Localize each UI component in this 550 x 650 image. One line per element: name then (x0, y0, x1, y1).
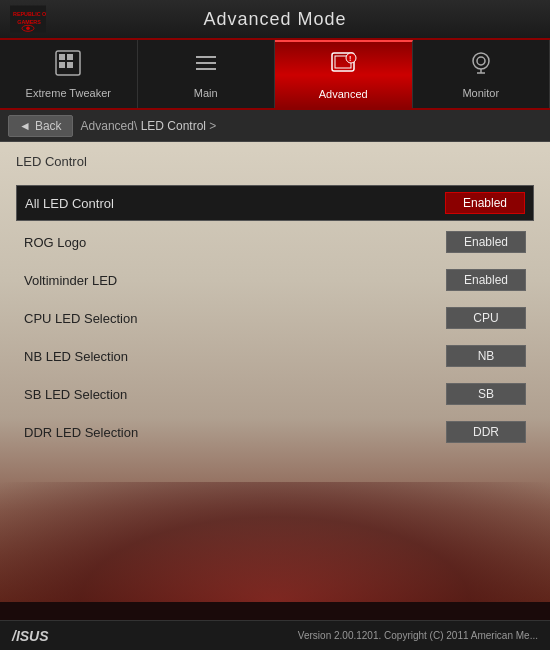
rog-logo: REPUBLIC OF GAMERS (10, 5, 46, 33)
tab-extreme-tweaker-label: Extreme Tweaker (26, 87, 111, 99)
asus-logo: /ISUS (12, 628, 49, 644)
tab-extreme-tweaker[interactable]: Extreme Tweaker (0, 40, 138, 108)
tab-advanced-label: Advanced (319, 88, 368, 100)
setting-row-all-led[interactable]: All LED Control Enabled (16, 185, 534, 221)
settings-list: All LED Control Enabled ROG Logo Enabled… (16, 185, 534, 449)
page-title: Advanced Mode (203, 9, 346, 30)
breadcrumb-path: Advanced\ LED Control > (81, 119, 217, 133)
setting-value-voltiminder[interactable]: Enabled (446, 269, 526, 291)
setting-value-nb-led[interactable]: NB (446, 345, 526, 367)
bg-overlay (0, 482, 550, 602)
setting-value-cpu-led[interactable]: CPU (446, 307, 526, 329)
nav-tabs: Extreme Tweaker Main ! Advanced (0, 40, 550, 110)
svg-rect-8 (67, 54, 73, 60)
breadcrumb-bar: ◄ Back Advanced\ LED Control > (0, 110, 550, 142)
monitor-icon (467, 49, 495, 83)
extreme-tweaker-icon (54, 49, 82, 83)
content-area: LED Control All LED Control Enabled ROG … (0, 142, 550, 602)
svg-point-4 (26, 27, 30, 31)
setting-label-cpu-led: CPU LED Selection (24, 311, 137, 326)
setting-row-sb-led[interactable]: SB LED Selection SB (16, 377, 534, 411)
tab-monitor[interactable]: Monitor (413, 40, 551, 108)
setting-value-sb-led[interactable]: SB (446, 383, 526, 405)
svg-rect-7 (59, 62, 65, 68)
version-text: Version 2.00.1201. Copyright (C) 2011 Am… (298, 630, 538, 641)
setting-value-ddr-led[interactable]: DDR (446, 421, 526, 443)
svg-rect-6 (59, 54, 65, 60)
section-title: LED Control (16, 154, 534, 169)
tab-main[interactable]: Main (138, 40, 276, 108)
tab-main-label: Main (194, 87, 218, 99)
svg-text:REPUBLIC OF: REPUBLIC OF (13, 11, 46, 17)
footer: /ISUS Version 2.00.1201. Copyright (C) 2… (0, 620, 550, 650)
svg-text:!: ! (349, 55, 351, 62)
svg-text:GAMERS: GAMERS (17, 19, 41, 25)
advanced-icon: ! (329, 50, 357, 84)
setting-label-ddr-led: DDR LED Selection (24, 425, 138, 440)
svg-point-17 (473, 53, 489, 69)
main-icon (192, 49, 220, 83)
setting-row-rog-logo[interactable]: ROG Logo Enabled (16, 225, 534, 259)
tab-monitor-label: Monitor (462, 87, 499, 99)
back-arrow-icon: ◄ (19, 119, 31, 133)
setting-label-voltiminder: Voltiminder LED (24, 273, 117, 288)
header: REPUBLIC OF GAMERS Advanced Mode (0, 0, 550, 40)
back-button[interactable]: ◄ Back (8, 115, 73, 137)
setting-row-voltiminder[interactable]: Voltiminder LED Enabled (16, 263, 534, 297)
setting-value-rog-logo[interactable]: Enabled (446, 231, 526, 253)
tab-advanced[interactable]: ! Advanced (275, 40, 413, 108)
back-label: Back (35, 119, 62, 133)
setting-label-nb-led: NB LED Selection (24, 349, 128, 364)
setting-value-all-led[interactable]: Enabled (445, 192, 525, 214)
svg-point-18 (477, 57, 485, 65)
setting-label-sb-led: SB LED Selection (24, 387, 127, 402)
setting-label-rog-logo: ROG Logo (24, 235, 86, 250)
setting-row-ddr-led[interactable]: DDR LED Selection DDR (16, 415, 534, 449)
setting-label-all-led: All LED Control (25, 196, 114, 211)
setting-row-cpu-led[interactable]: CPU LED Selection CPU (16, 301, 534, 335)
setting-row-nb-led[interactable]: NB LED Selection NB (16, 339, 534, 373)
svg-rect-9 (67, 62, 73, 68)
